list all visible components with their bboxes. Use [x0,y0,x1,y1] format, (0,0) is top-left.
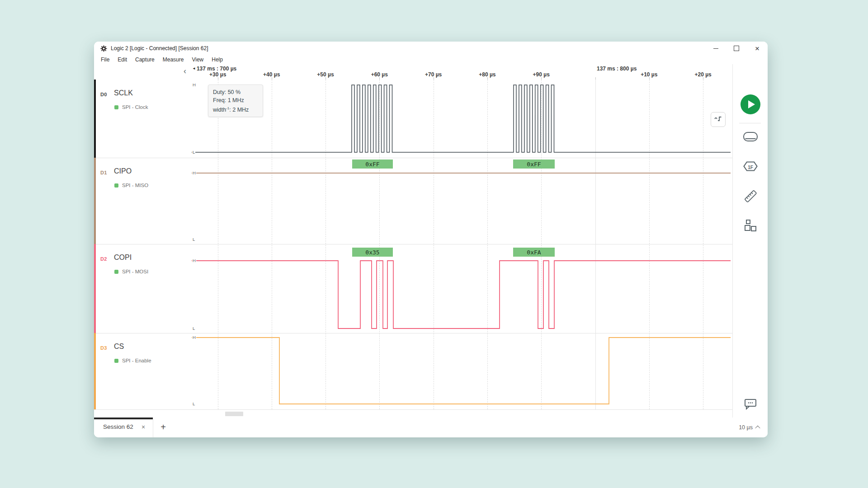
zoom-scale-control[interactable]: 10 µs [739,418,760,437]
maximize-button[interactable] [726,42,747,55]
analyzer-color-chip [114,359,118,363]
channel-header-d2[interactable]: D2COPISPI - MOSI [96,244,191,333]
horizontal-scrollbar[interactable] [94,409,732,418]
ruler-tick-label: +50 µs [317,71,334,78]
spi-data-annotation: 0xFF [513,160,555,169]
app-logo-icon [100,45,107,52]
zoom-scale-value: 10 µs [739,424,753,431]
menu-edit[interactable]: Edit [113,56,131,63]
wave-cs [192,338,731,404]
analyzer-color-chip [114,270,118,274]
ruler-tick-label: +10 µs [641,71,657,78]
ruler-major-label-right: 137 ms : 800 µs [597,66,637,72]
ruler-tick-label: +90 µs [533,71,550,78]
channel-name: CIPO [114,167,132,175]
tooltip-width-line: width-1: 2 MHz [213,104,263,114]
channel-name: COPI [114,253,132,262]
tab-session[interactable]: Session 62 × [94,418,153,437]
menu-file[interactable]: File [97,56,113,63]
low-level-marker: L [192,326,195,331]
ruler-tick-label: +80 µs [479,71,495,78]
menu-measure[interactable]: Measure [159,56,188,63]
channel-header-d1[interactable]: D1CIPOSPI - MISO [96,158,191,244]
menu-view[interactable]: View [188,56,208,63]
low-level-marker: L [192,237,195,242]
clock-measurement-tooltip: Duty: 50 % Freq: 1 MHz width-1: 2 MHz [208,84,263,117]
high-level-marker: H [192,335,196,340]
channel-row-separator [94,409,732,410]
chat-icon [744,398,757,412]
ruler-tick-label: +20 µs [694,71,711,78]
anchor-arrow-icon: ◄ [192,67,196,70]
channel-id: D3 [100,345,107,351]
tab-close-button[interactable]: × [142,423,145,431]
channel-header-d3[interactable]: D3CSSPI - Enable [96,333,191,409]
measure-ruler-button[interactable] [743,189,758,205]
ruler-major-label-left: ◄137 ms : 700 µs [192,66,236,72]
ruler-tick-label: +70 µs [425,71,442,78]
high-level-marker: H [192,258,196,263]
title-bar: Logic 2 [Logic - Connected] [Session 62]… [94,42,768,55]
ruler-tick-label: +40 µs [263,71,280,78]
close-icon: × [755,45,760,52]
timeline-ruler[interactable]: ‹ ◄137 ms : 700 µs 137 ms : 800 µs +30 µ… [94,64,732,80]
channel-id: D2 [100,256,107,262]
wave-copi [192,261,731,328]
minimize-button[interactable] [705,42,726,55]
close-button[interactable]: × [747,42,768,55]
right-sidebar: 1F [732,64,768,418]
channel-analyzer-label: SPI - MISO [122,183,148,188]
chevron-up-icon [755,426,760,431]
jump-to-edge-button[interactable] [711,112,726,127]
window-title: Logic 2 [Logic - Connected] [Session 62] [111,45,208,52]
add-tab-button[interactable]: + [157,421,169,433]
spi-data-annotation: 0xFA [513,248,555,257]
wave-sclk [192,85,731,152]
tooltip-duty-line: Duty: 50 % [213,88,263,96]
channel-name: SCLK [114,89,133,97]
window-controls: × [705,42,768,55]
protocol-hex-button[interactable]: 1F [743,160,758,174]
extensions-icon [744,219,757,234]
menu-help[interactable]: Help [208,56,227,63]
chat-button[interactable] [744,398,757,412]
maximize-icon [734,46,739,51]
low-level-marker: L [192,150,195,155]
analyzer-color-chip [114,183,118,188]
channel-id: D0 [100,92,107,97]
extensions-button[interactable] [744,219,757,234]
play-icon [741,94,760,116]
high-level-marker: H [192,83,196,87]
active-tab-indicator [94,418,153,419]
spi-data-annotation: 0xFF [352,160,393,169]
high-level-marker: H [192,171,196,175]
channel-id: D1 [100,170,107,175]
waveform-traces [191,80,732,409]
protocol-hex-label: 1F [748,165,753,170]
menu-capture[interactable]: Capture [131,56,159,63]
ruler-major-left-text: 137 ms : 700 µs [197,66,236,72]
app-window: Logic 2 [Logic - Connected] [Session 62]… [94,42,768,437]
channel-header-d0[interactable]: D0SCLKSPI - Clock [96,80,191,158]
ruler-tick-label: +30 µs [209,71,226,78]
spi-data-annotation: 0x35 [352,248,393,257]
desktop-background: Logic 2 [Logic - Connected] [Session 62]… [0,0,868,488]
tooltip-freq-line: Freq: 1 MHz [213,96,263,104]
sidebar-divider [739,123,761,123]
channel-analyzer-label: SPI - Enable [122,358,151,363]
menu-bar: FileEditCaptureMeasureViewHelp [97,55,227,64]
play-button[interactable] [741,94,760,116]
low-level-marker: L [192,402,195,406]
scrollbar-thumb[interactable] [225,412,243,416]
channel-analyzer-label: SPI - Clock [122,104,148,110]
device-icon [743,131,758,145]
device-button[interactable] [743,131,758,145]
tab-bar: Session 62 × + 10 µs [94,418,768,437]
collapse-panel-chevron-button[interactable]: ‹ [184,66,186,76]
minimize-icon [713,48,718,49]
tab-label: Session 62 [103,423,133,430]
channel-analyzer-label: SPI - MOSI [122,269,148,274]
measure-ruler-icon [743,189,758,205]
ruler-tick-label: +60 µs [371,71,388,78]
analyzer-color-chip [114,105,118,109]
